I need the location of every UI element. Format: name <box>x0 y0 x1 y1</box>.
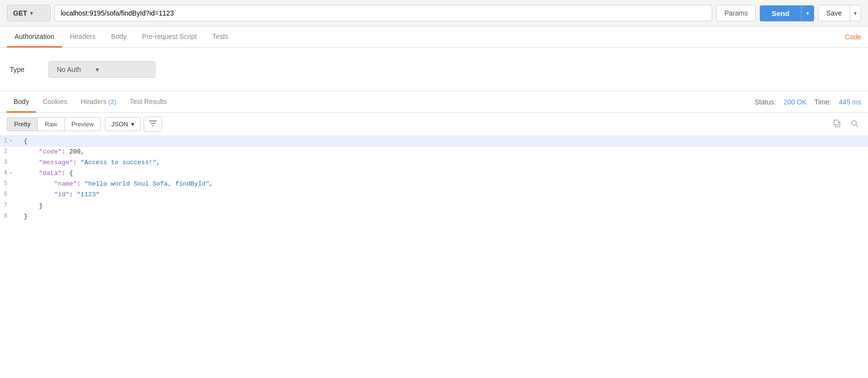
auth-section: Type No Auth ▾ <box>0 48 868 92</box>
line-num-8: 8 <box>0 211 22 221</box>
send-button[interactable]: Send <box>760 5 801 21</box>
line-1-content: { <box>22 136 28 147</box>
line-3-content: "message": "Access to success!", <box>22 157 160 168</box>
format-type-select[interactable]: JSON ▾ <box>105 117 141 131</box>
copy-icon <box>833 120 841 127</box>
time-label: Time: <box>815 98 831 106</box>
icon-actions <box>830 118 861 131</box>
line-num-4: 4 ▾ <box>0 168 22 178</box>
fold-arrow-1[interactable]: ▾ <box>9 137 12 145</box>
line-num-1: 1 ▾ <box>0 136 22 146</box>
tab-authorization[interactable]: Authorization <box>7 27 62 48</box>
tab-tests[interactable]: Tests <box>204 27 236 48</box>
save-button[interactable]: Save <box>818 5 850 21</box>
tab-prerequest[interactable]: Pre-request Script <box>134 27 205 48</box>
time-value: 445 ms <box>839 98 861 106</box>
resp-tab-test-results[interactable]: Test Results <box>123 92 173 113</box>
auth-type-select[interactable]: No Auth ▾ <box>49 61 155 78</box>
format-bar: Pretty Raw Preview JSON ▾ <box>0 113 868 136</box>
code-line-5: 5 "name": "hello world Soul Sofa, findBy… <box>0 179 868 189</box>
code-line-4: 4 ▾ "data": { <box>0 168 868 179</box>
svg-rect-1 <box>150 123 155 124</box>
auth-type-chevron-icon: ▾ <box>96 66 99 73</box>
pretty-button[interactable]: Pretty <box>7 118 38 131</box>
copy-button[interactable] <box>830 118 844 131</box>
method-chevron-icon: ▾ <box>30 10 33 17</box>
resp-tab-body[interactable]: Body <box>7 92 36 113</box>
search-button[interactable] <box>848 118 861 131</box>
line-num-5: 5 <box>0 179 22 189</box>
send-dropdown-button[interactable]: ▾ <box>801 5 814 21</box>
code-line-6: 6 "id": "1123" <box>0 189 868 200</box>
toolbar: GET ▾ Params Send ▾ Save ▾ <box>0 0 868 27</box>
headers-badge: (2) <box>108 98 116 105</box>
line-7-content: } <box>22 201 43 211</box>
code-link[interactable]: Code <box>845 33 861 41</box>
response-tabs: Body Cookies Headers (2) Test Results St… <box>0 92 868 113</box>
params-button[interactable]: Params <box>716 5 756 21</box>
line-2-content: "code": 200, <box>22 147 84 157</box>
raw-button[interactable]: Raw <box>38 118 65 131</box>
code-line-2: 2 "code": 200, <box>0 147 868 157</box>
search-icon <box>851 120 858 127</box>
tab-headers[interactable]: Headers <box>62 27 103 48</box>
svg-rect-4 <box>834 120 838 125</box>
response-status-bar: Status: 200 OK Time: 445 ms <box>755 98 861 106</box>
save-dropdown-button[interactable]: ▾ <box>850 5 861 21</box>
line-5-content: "name": "hello world Soul Sofa, findById… <box>22 179 213 189</box>
format-type-value: JSON <box>111 120 128 128</box>
svg-rect-2 <box>152 125 154 126</box>
line-4-content: "data": { <box>22 168 73 179</box>
code-line-1: 1 ▾ { <box>0 136 868 147</box>
line-6-content: "id": "1123" <box>22 189 100 200</box>
format-chevron-icon: ▾ <box>131 120 134 128</box>
preview-button[interactable]: Preview <box>65 118 100 131</box>
url-input[interactable] <box>54 5 712 21</box>
auth-type-value: No Auth <box>57 66 81 73</box>
code-line-8: 8 } <box>0 211 868 222</box>
line-num-7: 7 <box>0 201 22 210</box>
svg-line-6 <box>856 125 858 127</box>
status-label: Status: <box>755 98 776 106</box>
line-1-num: 1 <box>4 136 7 146</box>
status-value: 200 OK <box>784 98 806 106</box>
tab-body-req[interactable]: Body <box>103 27 134 48</box>
send-button-group: Send ▾ <box>760 5 814 21</box>
code-viewer: 1 ▾ { 2 "code": 200, 3 "message": "Acces… <box>0 136 868 222</box>
method-label: GET <box>13 9 27 17</box>
save-button-group: Save ▾ <box>818 5 861 21</box>
resp-tab-cookies[interactable]: Cookies <box>36 92 74 113</box>
filter-icon <box>149 120 157 127</box>
fold-arrow-4[interactable]: ▾ <box>9 169 12 177</box>
line-num-6: 6 <box>0 189 22 199</box>
method-select[interactable]: GET ▾ <box>7 5 50 21</box>
line-num-3: 3 <box>0 157 22 167</box>
line-num-2: 2 <box>0 147 22 156</box>
request-tabs: Authorization Headers Body Pre-request S… <box>0 27 868 48</box>
filter-button[interactable] <box>144 117 162 132</box>
code-line-3: 3 "message": "Access to success!", <box>0 157 868 168</box>
line-8-content: } <box>22 211 28 222</box>
code-line-7: 7 } <box>0 201 868 211</box>
auth-type-label: Type <box>10 66 39 73</box>
svg-rect-0 <box>149 120 157 121</box>
format-button-group: Pretty Raw Preview <box>7 117 101 131</box>
resp-tab-headers[interactable]: Headers (2) <box>74 92 123 113</box>
